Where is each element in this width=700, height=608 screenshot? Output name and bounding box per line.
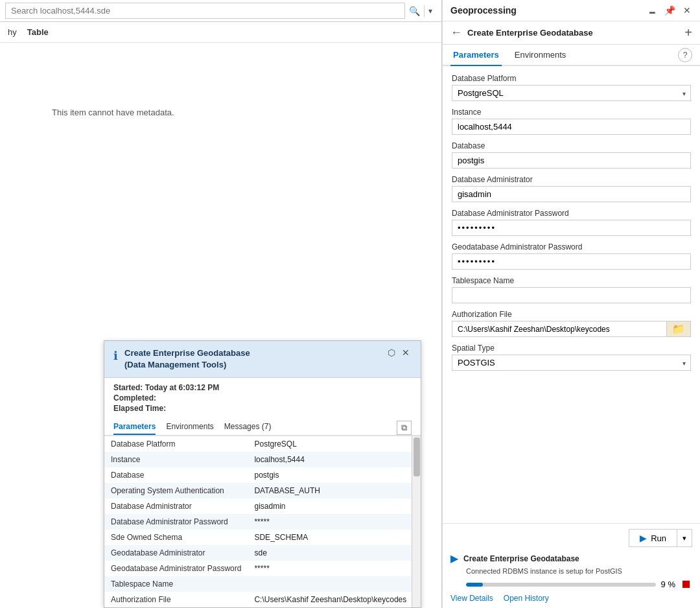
db-admin-label: Database Administrator: [452, 175, 691, 184]
left-content: This item cannot have metadata. ℹ Create…: [0, 43, 441, 608]
param-value: *****: [248, 514, 413, 530]
started-text: Started: Today at 6:03:12 PM: [113, 383, 412, 392]
dialog-scroll-thumb: [414, 438, 420, 476]
param-label: Database Platform: [104, 436, 248, 452]
dialog-copy-button[interactable]: ⧉: [397, 421, 412, 435]
table-row: Database Administratorgisadmin: [104, 498, 413, 514]
param-value: DATABASE_AUTH: [248, 483, 413, 498]
param-label: Instance: [104, 452, 248, 467]
completed-text: Completed:: [113, 393, 412, 403]
db-admin-password-input[interactable]: [452, 220, 691, 236]
param-value: localhost,5444: [248, 452, 413, 467]
progress-bar-background: [466, 583, 656, 587]
dialog-header: ℹ Create Enterprise Geodatabase(Data Man…: [104, 341, 421, 378]
param-value: postgis: [248, 467, 413, 483]
spatial-type-label: Spatial Type: [452, 344, 691, 353]
info-icon: ℹ: [113, 349, 118, 363]
param-label: Operating System Authentication: [104, 483, 248, 498]
spatial-type-group: Spatial Type POSTGIS SDE_BINARY ▾: [452, 344, 691, 371]
auth-file-browse-button[interactable]: 📁: [666, 321, 691, 337]
search-bar: 🔍 ▾: [0, 0, 441, 22]
tab-table[interactable]: Table: [27, 26, 49, 38]
dialog-tabs: Parameters Environments Messages (7) ⧉: [104, 417, 421, 436]
nav-tabs: hy Table: [0, 22, 441, 43]
param-label: Tablespace Name: [104, 576, 248, 592]
result-dialog: ℹ Create Enterprise Geodatabase(Data Man…: [104, 340, 421, 608]
back-icon: ←: [450, 26, 462, 40]
gdb-admin-password-label: Geodatabase Administrator Password: [452, 242, 691, 251]
param-label: Geodatabase Administrator Password: [104, 561, 248, 576]
dialog-meta: Started: Today at 6:03:12 PM Completed: …: [104, 378, 421, 417]
help-button[interactable]: ?: [678, 48, 692, 62]
pin-button[interactable]: 📌: [663, 5, 677, 16]
elapsed-text: Elapsed Time:: [113, 404, 412, 413]
close-panel-button[interactable]: ✕: [682, 5, 692, 16]
param-value: *****: [248, 561, 413, 576]
param-value: [248, 576, 413, 592]
search-button[interactable]: 🔍: [405, 5, 424, 18]
gdb-admin-password-input[interactable]: [452, 253, 691, 270]
run-dropdown-button[interactable]: ▾: [677, 529, 692, 547]
table-row: Geodatabase Administrator Password*****: [104, 561, 413, 576]
database-platform-group: Database Platform PostgreSQL Oracle SQL …: [452, 74, 691, 101]
tablespace-input[interactable]: [452, 287, 691, 303]
gp-nav: ← Create Enterprise Geodatabase +: [443, 21, 700, 45]
tab-environments[interactable]: Environments: [512, 45, 568, 66]
dialog-export-button[interactable]: ⬡: [386, 347, 397, 358]
tab-parameters[interactable]: Parameters: [450, 45, 502, 66]
minimize-button[interactable]: 🗕: [646, 5, 658, 16]
spatial-type-select[interactable]: POSTGIS SDE_BINARY: [452, 355, 691, 371]
param-label: Geodatabase Administrator: [104, 545, 248, 561]
auth-file-label: Authorization File: [452, 310, 691, 319]
footer-links: View Details Open History: [450, 594, 692, 603]
gp-tabs: Parameters Environments ?: [443, 45, 700, 66]
progress-bar-fill: [466, 583, 483, 587]
gp-footer: ▶ Run ▾ ▶ Create Enterprise Geodatabase …: [443, 523, 700, 608]
add-button[interactable]: +: [684, 25, 692, 40]
search-dropdown-button[interactable]: ▾: [424, 5, 436, 17]
table-row: Authorization FileC:\Users\Kashif Zeesha…: [104, 592, 413, 607]
table-row: Database PlatformPostgreSQL: [104, 436, 413, 452]
dialog-tab-parameters[interactable]: Parameters: [113, 422, 156, 435]
dialog-tab-messages[interactable]: Messages (7): [224, 422, 272, 435]
param-value: C:\Users\Kashif Zeeshan\Desktop\keycodes: [248, 592, 413, 607]
auth-file-input[interactable]: [452, 321, 666, 337]
db-admin-password-label: Database Administrator Password: [452, 209, 691, 218]
db-admin-input[interactable]: [452, 186, 691, 202]
view-details-link[interactable]: View Details: [450, 594, 493, 603]
stop-button[interactable]: ⏹: [681, 578, 692, 591]
auth-file-input-group: 📁: [452, 321, 691, 337]
dialog-tab-environments[interactable]: Environments: [166, 422, 213, 435]
database-platform-select[interactable]: PostgreSQL Oracle SQL Server DB2 Informi…: [452, 85, 691, 101]
param-value: gisadmin: [248, 498, 413, 514]
param-label: Database: [104, 467, 248, 483]
search-input[interactable]: [5, 3, 405, 19]
database-label: Database: [452, 141, 691, 150]
progress-tool-name: Create Enterprise Geodatabase: [463, 554, 579, 563]
table-row: Databasepostgis: [104, 467, 413, 483]
open-history-link[interactable]: Open History: [504, 594, 549, 603]
progress-message: Connected RDBMS instance is setup for Po…: [466, 567, 692, 575]
database-input[interactable]: [452, 152, 691, 169]
right-panel: Geoprocessing 🗕 📌 ✕ ← Create Enterprise …: [442, 0, 700, 608]
auth-file-group: Authorization File 📁: [452, 310, 691, 337]
run-button[interactable]: ▶ Run: [629, 529, 677, 547]
tab-hy[interactable]: hy: [8, 26, 17, 38]
progress-play-icon: ▶: [450, 552, 458, 565]
table-row: Operating System AuthenticationDATABASE_…: [104, 483, 413, 498]
back-button[interactable]: ←: [450, 26, 462, 40]
run-btn-group: ▶ Run ▾: [629, 529, 692, 547]
titlebar-actions: 🗕 📌 ✕: [646, 5, 692, 16]
gp-form: Database Platform PostgreSQL Oracle SQL …: [443, 66, 700, 523]
dialog-scrollbar[interactable]: [412, 436, 421, 607]
geoprocessing-titlebar: Geoprocessing 🗕 📌 ✕: [443, 0, 700, 21]
instance-input[interactable]: [452, 119, 691, 135]
left-panel: 🔍 ▾ hy Table This item cannot have metad…: [0, 0, 442, 608]
param-value: PostgreSQL: [248, 436, 413, 452]
param-label: Database Administrator Password: [104, 514, 248, 530]
progress-section: ▶ Create Enterprise Geodatabase Connecte…: [450, 552, 692, 603]
table-row: Sde Owned SchemaSDE_SCHEMA: [104, 530, 413, 545]
run-icon: ▶: [640, 533, 647, 543]
dialog-close-button[interactable]: ✕: [400, 347, 412, 358]
instance-group: Instance: [452, 108, 691, 135]
